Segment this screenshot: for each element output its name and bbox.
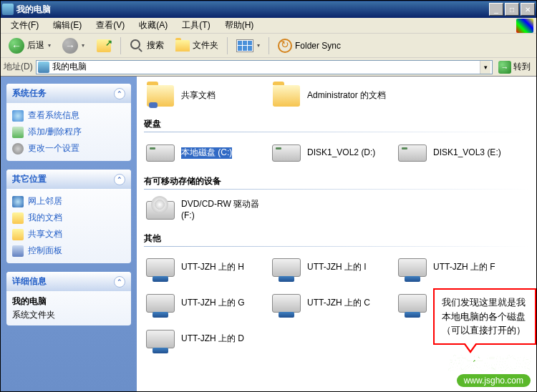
item-drive-c[interactable]: 本地磁盘 (C:) [144, 138, 264, 168]
folders-button[interactable]: 文件夹 [170, 36, 223, 54]
go-icon: → [498, 61, 511, 74]
item-drive-e[interactable]: DISK1_VOL3 (E:) [396, 138, 516, 168]
item-label: UTT-JZH 上的 D [181, 333, 244, 345]
item-net-d[interactable]: UTT-JZH 上的 D [144, 324, 264, 354]
system-tasks-panel: 系统任务⌃ 查看系统信息 添加/删除程序 更改一个设置 [6, 84, 131, 161]
search-label: 搜索 [147, 39, 164, 52]
item-label: UTT-JZH 上的 G [181, 298, 245, 309]
item-label: DISK1_VOL2 (D:) [307, 147, 375, 159]
item-net-f[interactable]: UTT-JZH 上的 F [396, 253, 516, 283]
section-hard-disks: 硬盘 [144, 118, 529, 130]
menu-favorites[interactable]: 收藏(A) [132, 18, 175, 33]
network-drive-icon [146, 330, 175, 348]
up-icon [97, 39, 111, 52]
divider [144, 246, 529, 247]
back-button[interactable]: ←后退▾ [4, 35, 56, 57]
address-dropdown-icon[interactable]: ▾ [480, 61, 490, 74]
address-label: 地址(D) [4, 61, 33, 73]
item-net-c[interactable]: UTT-JZH 上的 C [270, 288, 390, 318]
views-icon [236, 39, 253, 52]
sidebar: 系统任务⌃ 查看系统信息 添加/删除程序 更改一个设置 其它位置⌃ 网上邻居 我… [1, 77, 137, 391]
place-network[interactable]: 网上邻居 [12, 193, 125, 210]
go-button[interactable]: →转到 [495, 59, 533, 75]
forward-dropdown-icon[interactable]: ▾ [82, 42, 84, 49]
item-shared-docs[interactable]: 共享文档 [144, 81, 264, 111]
divider [144, 132, 529, 132]
section-removable: 有可移动存储的设备 [144, 175, 529, 187]
search-icon [130, 39, 144, 53]
details-header[interactable]: 详细信息⌃ [6, 272, 131, 291]
close-button[interactable]: ✕ [521, 3, 535, 16]
back-label: 后退 [27, 39, 44, 52]
cd-drive-icon [146, 201, 175, 220]
divider [144, 189, 529, 190]
views-button[interactable]: ▾ [231, 36, 265, 55]
item-label: 共享文档 [181, 90, 216, 102]
item-net-g[interactable]: UTT-JZH 上的 G [144, 288, 264, 318]
separator [120, 37, 121, 54]
menu-file[interactable]: 文件(F) [4, 18, 46, 33]
minimize-button[interactable]: _ [489, 3, 503, 16]
shared-folder-icon [147, 85, 174, 107]
item-net-i[interactable]: UTT-JZH 上的 I [270, 253, 390, 283]
sync-icon [278, 39, 292, 53]
place-label: 我的文档 [28, 212, 62, 224]
go-label: 转到 [513, 61, 531, 73]
item-cd-drive[interactable]: DVD/CD-RW 驱动器 (F:) [144, 195, 264, 225]
place-my-docs[interactable]: 我的文档 [12, 210, 125, 226]
window-buttons: _ □ ✕ [489, 3, 535, 16]
other-places-header[interactable]: 其它位置⌃ [6, 170, 131, 189]
item-label: UTT-JZH 上的 F [433, 262, 495, 273]
item-drive-d[interactable]: DISK1_VOL2 (D:) [270, 138, 390, 168]
task-label: 查看系统信息 [28, 109, 79, 122]
maximize-button[interactable]: □ [505, 3, 519, 16]
documents-icon [12, 212, 24, 224]
gear-icon [12, 143, 24, 155]
detail-type: 系统文件夹 [12, 309, 125, 321]
menu-edit[interactable]: 编辑(E) [46, 18, 89, 33]
up-button[interactable] [91, 35, 117, 57]
computer-icon [38, 62, 49, 73]
network-drive-icon [146, 294, 175, 313]
search-button[interactable]: 搜索 [125, 36, 169, 56]
task-system-info[interactable]: 查看系统信息 [12, 107, 125, 124]
drive-icon [146, 144, 175, 162]
folder-sync-button[interactable]: Folder Sync [273, 36, 346, 56]
network-icon [12, 196, 24, 207]
back-icon: ← [9, 38, 24, 54]
forward-button[interactable]: →▾ [57, 35, 90, 57]
network-drive-icon [398, 294, 427, 313]
menu-view[interactable]: 查看(V) [89, 18, 132, 33]
address-input[interactable]: 我的电脑 ▾ [36, 60, 493, 74]
details-panel: 详细信息⌃ 我的电脑 系统文件夹 [6, 272, 131, 325]
forward-icon: → [62, 38, 78, 54]
item-net-h[interactable]: UTT-JZH 上的 H [144, 253, 264, 283]
item-label: DVD/CD-RW 驱动器 (F:) [181, 199, 263, 221]
menu-help[interactable]: 帮助(H) [218, 18, 261, 33]
network-drive-icon [272, 294, 301, 313]
menu-tools[interactable]: 工具(T) [175, 18, 217, 33]
place-shared[interactable]: 共享文档 [12, 226, 125, 242]
item-label: DISK1_VOL3 (E:) [433, 147, 501, 159]
annotation-callout: 我们发现这里就是我本地电脑的各个磁盘（可以直接打开的） [433, 288, 536, 345]
item-admin-docs[interactable]: Administrator 的文档 [270, 81, 390, 111]
place-control-panel[interactable]: 控制面板 [12, 242, 125, 259]
main-view[interactable]: 共享文档 Administrator 的文档 硬盘 本地磁盘 (C:) DISK… [137, 77, 536, 391]
back-dropdown-icon[interactable]: ▾ [48, 42, 51, 49]
network-drive-icon [272, 258, 301, 277]
task-add-remove[interactable]: 添加/删除程序 [12, 124, 125, 140]
views-dropdown-icon[interactable]: ▾ [257, 42, 260, 49]
item-label: Administrator 的文档 [307, 90, 386, 102]
content-area: 系统任务⌃ 查看系统信息 添加/删除程序 更改一个设置 其它位置⌃ 网上邻居 我… [1, 77, 536, 391]
item-label: UTT-JZH 上的 H [181, 262, 244, 273]
address-value: 我的电脑 [52, 61, 480, 73]
drive-icon [272, 144, 301, 162]
sync-label: Folder Sync [295, 41, 341, 51]
place-label: 控制面板 [28, 245, 62, 257]
separator [227, 37, 228, 54]
separator [268, 37, 269, 54]
system-tasks-header[interactable]: 系统任务⌃ [6, 84, 131, 103]
window-title: 我的电脑 [16, 4, 489, 16]
task-change-setting[interactable]: 更改一个设置 [12, 140, 125, 157]
shared-folder-icon [12, 229, 24, 240]
